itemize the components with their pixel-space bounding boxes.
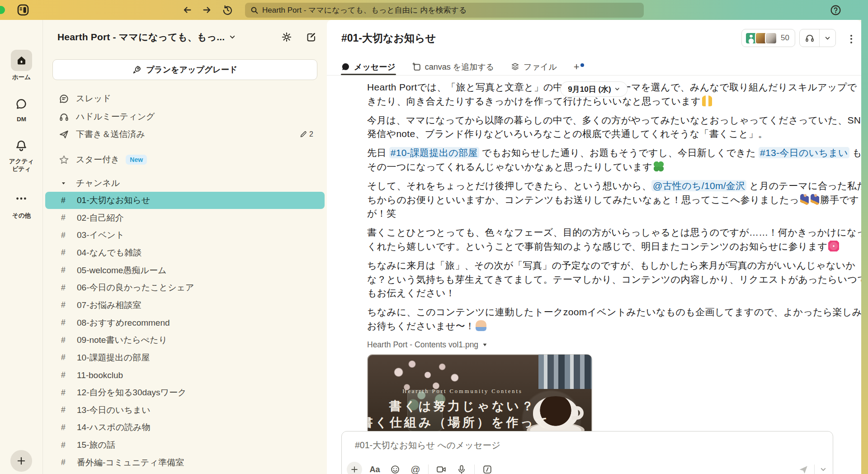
- workspace-title[interactable]: Hearth Port - ママになっても、もっ...: [57, 31, 225, 43]
- sidebar-channel-13-今日のいちまい[interactable]: #13-今日のいちまい: [45, 402, 325, 419]
- channels-section-header[interactable]: チャンネル: [52, 175, 317, 192]
- mic-icon: [457, 465, 467, 474]
- collapse-icon[interactable]: [482, 342, 487, 347]
- workspace-switcher-icon[interactable]: [17, 4, 29, 16]
- search-text: Hearth Port - ママになっても、もっと自由に 内を検索する: [262, 5, 467, 15]
- sidebar-channel-04-なんでも雑談[interactable]: #04-なんでも雑談: [45, 244, 325, 261]
- photo-books: [538, 355, 592, 389]
- channel-name: 11-bookclub: [77, 370, 123, 380]
- search-input[interactable]: Hearth Port - ママになっても、もっと自由に 内を検索する: [245, 3, 644, 18]
- composer-formatting-button[interactable]: Aa: [367, 462, 382, 474]
- sidebar-item-threads[interactable]: スレッド: [52, 90, 317, 107]
- sidebar-channel-05-welcome愚痴ルーム[interactable]: #05-welcome愚痴ルーム: [45, 262, 325, 279]
- sidebar-channel-番外編-コミュニティ準備室[interactable]: #番外編-コミュニティ準備室: [45, 454, 325, 471]
- message-text: ちなみに来月は「旅」、その次が「写真」の予定なのですが、もしかしたら来月が写真の…: [367, 260, 855, 270]
- huddle-button[interactable]: [799, 29, 836, 47]
- back-icon[interactable]: [182, 5, 192, 15]
- drafts-icon: [59, 129, 69, 140]
- sidebar-channel-06-今日の良かったことシェア[interactable]: #06-今日の良かったことシェア: [45, 279, 325, 296]
- huddles-label: ハドルミーティング: [76, 111, 155, 123]
- message-text: と月のテーマに合った私た: [746, 180, 861, 191]
- traffic-light-green[interactable]: [0, 6, 5, 14]
- forward-icon[interactable]: [202, 5, 212, 15]
- drafts-count: 2: [300, 130, 313, 138]
- plus-icon: +: [574, 61, 580, 73]
- tab-ファイル[interactable]: ファイル: [511, 58, 557, 75]
- composer-emoji-button[interactable]: [387, 462, 403, 474]
- sidebar-channel-12-自分を知る30daysワーク[interactable]: #12-自分を知る30daysワーク: [45, 384, 325, 401]
- nav-rail: ホームDMアクティビティその他: [0, 20, 43, 474]
- channel-name: 03-イベント: [77, 229, 124, 241]
- emoji-hibiscus-icon: [828, 241, 839, 251]
- rail-home-icon[interactable]: [11, 50, 32, 71]
- star-icon: [59, 155, 69, 165]
- sidebar-channel-01-大切なお知らせ[interactable]: #01-大切なお知らせ: [45, 192, 325, 209]
- message-composer[interactable]: #01-大切なお知らせ へのメッセージ Aa@: [341, 431, 833, 474]
- channel-name: 01-大切なお知らせ: [77, 194, 150, 206]
- channel-name: 12-自分を知る30daysワーク: [77, 387, 187, 398]
- sidebar-channel-10-課題提出の部屋[interactable]: #10-課題提出の部屋: [45, 349, 325, 366]
- chevron-down-icon: [615, 86, 620, 92]
- channel-header: #01-大切なお知らせ 50: [327, 20, 861, 58]
- drafts-label: 下書き＆送信済み: [76, 128, 145, 140]
- rail-activity-icon[interactable]: [15, 139, 28, 152]
- rail-add-button[interactable]: [10, 450, 32, 472]
- divider: [814, 465, 815, 474]
- channel-name: 13-今日のいちまい: [77, 404, 151, 416]
- channel-name: 15-旅の話: [77, 439, 115, 451]
- user-mention-link[interactable]: @古性のち/10m/金沢: [651, 180, 746, 191]
- sidebar-channel-07-お悩み相談室[interactable]: #07-お悩み相談室: [45, 297, 325, 314]
- attachment-title[interactable]: Hearth Port - Contents vol1.png: [367, 340, 853, 351]
- send-button[interactable]: [798, 464, 809, 474]
- message-text: が！笑: [367, 208, 396, 218]
- composer-shortcuts-button[interactable]: [480, 462, 495, 474]
- channel-link[interactable]: #13-今日のいちまい: [759, 147, 849, 158]
- help-icon[interactable]: [830, 5, 841, 16]
- send-options-icon[interactable]: [820, 466, 826, 473]
- composer-mention-button[interactable]: @: [408, 462, 423, 474]
- sidebar-item-huddles[interactable]: ハドルミーティング: [52, 108, 317, 125]
- sidebar-channel-14-ハスポの読み物[interactable]: #14-ハスポの読み物: [45, 419, 325, 436]
- channel-link[interactable]: #10-課題提出の部屋: [389, 147, 479, 158]
- channel-title[interactable]: #01-大切なお知らせ: [341, 31, 436, 45]
- rail-more-icon[interactable]: [15, 192, 28, 205]
- emoji-pray-icon: [476, 320, 486, 331]
- sidebar-channel-08-おすすめrecommend[interactable]: #08-おすすめrecommend: [45, 314, 325, 332]
- emoji-clover-icon: [653, 161, 664, 172]
- sidebar-channel-15-旅の話[interactable]: #15-旅の話: [45, 436, 325, 454]
- sidebar-channel-09-note書いたらぺたり[interactable]: #09-note書いたらぺたり: [45, 332, 325, 349]
- sidebar-channel-02-自己紹介[interactable]: #02-自己紹介: [45, 209, 325, 227]
- sidebar-channel-11-bookclub[interactable]: #11-bookclub: [45, 367, 325, 384]
- composer-audio-button[interactable]: [454, 462, 469, 474]
- chevron-down-icon[interactable]: [229, 34, 236, 40]
- members-button[interactable]: 50: [741, 29, 795, 47]
- plus-icon: [350, 465, 359, 474]
- message-paragraph: ちなみに、このコンテンツに連動したトークzoomイベントみたいなものも企画してま…: [367, 305, 853, 333]
- hash-icon: #: [61, 423, 70, 432]
- message-text: くれたら嬉しいです。ということで事前告知のような感じで、明日またコンテンツのお知…: [367, 241, 827, 251]
- composer-video-button[interactable]: [434, 462, 449, 474]
- hash-icon: #: [61, 213, 70, 223]
- upgrade-plan-button[interactable]: プランをアップグレード: [52, 59, 317, 80]
- sidebar-item-drafts[interactable]: 下書き＆送信済み2: [52, 126, 317, 143]
- tab-メッセージ[interactable]: メッセージ: [341, 58, 396, 75]
- more-actions-button[interactable]: [847, 33, 855, 45]
- gear-icon[interactable]: [281, 32, 292, 43]
- date-divider-pill[interactable]: 9月10日 (水): [560, 81, 627, 97]
- tab-add[interactable]: +: [574, 58, 580, 75]
- caret-down-icon: [61, 181, 66, 186]
- slash-command-icon: [482, 465, 492, 474]
- composer-attach-button[interactable]: [347, 462, 362, 474]
- hash-icon: #: [61, 196, 70, 205]
- history-icon[interactable]: [222, 5, 232, 15]
- hash-icon: #: [61, 265, 70, 275]
- message-text: ちからのお便りといいますか、コンテンツもお送りしてみたいなぁと！思ってここへ参り…: [367, 194, 799, 205]
- compose-icon[interactable]: [306, 32, 317, 43]
- chevron-down-icon[interactable]: [825, 35, 830, 41]
- rail-dm-icon[interactable]: [15, 98, 28, 110]
- sidebar-item-starred[interactable]: スター付き New: [52, 151, 317, 168]
- sidebar-channel-03-イベント[interactable]: #03-イベント: [45, 227, 325, 244]
- tab-canvas を追加する[interactable]: canvas を追加する: [412, 58, 494, 75]
- threads-icon: [59, 94, 69, 104]
- message-text: その一つになってくれるんじゃないかなぁと思ったりしています: [367, 161, 652, 172]
